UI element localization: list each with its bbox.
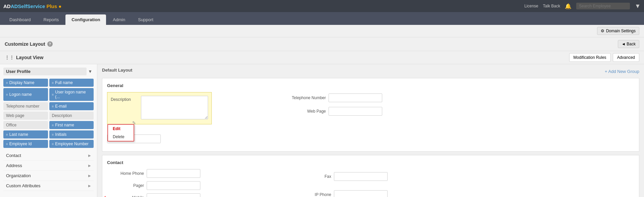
drag-handle-icon: ≡	[52, 105, 54, 108]
layout-view-header: ⋮⋮ Layout View Modification Rules Advanc…	[0, 51, 644, 64]
advanced-button[interactable]: Advanced	[613, 53, 639, 62]
drag-item-first-name[interactable]: ≡ First name	[49, 121, 94, 129]
tab-configuration[interactable]: Configuration	[65, 14, 106, 25]
drag-item-description[interactable]: Description	[49, 112, 94, 120]
top-bar-right: License Talk Back 🔔 ▼	[524, 3, 641, 10]
telephone-number-input[interactable]	[329, 93, 382, 102]
logo-text: ADADSelfService Plus ●	[3, 3, 61, 9]
description-input-area	[141, 96, 208, 119]
telephone-number-label: Telephone Number	[289, 95, 326, 100]
help-icon[interactable]: ?	[47, 41, 53, 47]
drag-handle-icon: ≡	[52, 123, 54, 127]
description-block: Description	[111, 96, 208, 119]
fax-field: Fax	[294, 169, 388, 184]
required-marker: *	[104, 195, 106, 197]
search-input[interactable]	[576, 3, 630, 9]
drag-handle-icon: ≡	[6, 133, 8, 136]
web-page-input[interactable]	[329, 107, 382, 116]
description-textarea[interactable]	[141, 96, 208, 119]
drag-item-initials[interactable]: ≡ Initials	[49, 130, 94, 139]
ip-phone-input[interactable]	[334, 190, 388, 197]
drag-handle-icon: ≡	[6, 93, 8, 96]
drag-item-logon-name[interactable]: ≡ Logon name	[3, 88, 48, 101]
section-arrow-icon: ▶	[88, 154, 91, 157]
fax-label: Fax	[294, 174, 331, 179]
page-header: Customize Layout ? ◄ Back	[0, 37, 644, 51]
mobile-field: * Mobile	[107, 193, 200, 197]
left-panel-arrow-icon[interactable]: ▼	[87, 68, 94, 75]
ip-phone-field: IP Phone	[294, 187, 388, 197]
home-phone-label: Home Phone	[107, 171, 144, 176]
notifications-icon[interactable]: 🔔	[565, 3, 572, 9]
drag-item-user-logon-name[interactable]: ≡ User logon name (...	[49, 88, 94, 101]
section-custom-attributes[interactable]: Custom Attributes ▶	[3, 181, 94, 191]
section-address[interactable]: Address ▶	[3, 161, 94, 171]
sub-header: ⚙ Domain Settings	[0, 25, 644, 37]
main-layout: User Profile ▼ ≡ Display Name ≡ Full nam…	[0, 64, 644, 197]
tab-dashboard[interactable]: Dashboard	[3, 14, 37, 25]
modification-rules-button[interactable]: Modification Rules	[569, 53, 611, 62]
drag-handle-icon: ≡	[6, 81, 8, 85]
context-menu-delete[interactable]: Delete	[108, 133, 134, 141]
left-panel: User Profile ▼ ≡ Display Name ≡ Full nam…	[0, 64, 97, 197]
drag-items-grid: ≡ Display Name ≡ Full name ≡ Logon name …	[3, 79, 94, 148]
gear-icon: ⚙	[601, 29, 604, 33]
contact-section-title: Contact	[107, 160, 634, 165]
right-panel: Default Layout + Add New Group General D…	[97, 64, 644, 197]
drag-item-employee-id[interactable]: ≡ Employee Id	[3, 140, 48, 148]
drag-handle-icon: ≡	[52, 142, 54, 146]
tab-support[interactable]: Support	[132, 14, 159, 25]
user-menu-icon[interactable]: ▼	[635, 3, 641, 10]
left-panel-header: User Profile ▼	[3, 68, 94, 75]
drag-item-employee-number[interactable]: ≡ Employee Number	[49, 140, 94, 148]
context-menu-edit[interactable]: Edit	[108, 125, 134, 133]
web-page-field: Web Page	[289, 107, 382, 116]
talk-back-link[interactable]: Talk Back	[543, 4, 560, 8]
general-section: General Description ✎ Edit	[102, 78, 639, 152]
ip-phone-label: IP Phone	[294, 192, 331, 197]
section-arrow-icon: ▶	[88, 174, 91, 178]
telephone-number-field: Telephone Number	[289, 93, 382, 102]
drag-item-last-name[interactable]: ≡ Last name	[3, 130, 48, 139]
drag-handle-icon: ≡	[52, 133, 54, 136]
back-button[interactable]: ◄ Back	[618, 40, 639, 48]
page-title: Customize Layout ?	[5, 41, 53, 47]
drag-item-email[interactable]: ≡ E-mail	[49, 102, 94, 110]
grid-icon: ⋮⋮	[5, 55, 14, 60]
web-page-label: Web Page	[289, 109, 326, 114]
mobile-label: * Mobile	[107, 195, 144, 197]
logo-area: ADADSelfService Plus ●	[3, 3, 61, 9]
drag-handle-icon: ≡	[52, 93, 54, 96]
pager-label: Pager	[107, 183, 144, 188]
default-layout-label: Default Layout	[102, 68, 132, 73]
drag-handle-icon: ≡	[52, 81, 54, 85]
drag-item-display-name[interactable]: ≡ Display Name	[3, 79, 48, 87]
nav-tabs: Dashboard Reports Configuration Admin Su…	[0, 12, 644, 25]
home-phone-field: Home Phone	[107, 169, 200, 178]
add-new-group-link[interactable]: + Add New Group	[605, 69, 639, 74]
context-menu: Edit Delete	[107, 124, 134, 142]
pager-input[interactable]	[147, 181, 200, 190]
license-link[interactable]: License	[524, 4, 538, 8]
domain-settings-button[interactable]: ⚙ Domain Settings	[597, 27, 639, 35]
section-contact[interactable]: Contact ▶	[3, 151, 94, 161]
mobile-input[interactable]	[147, 193, 200, 197]
drag-item-telephone[interactable]: Telephone number	[3, 102, 48, 110]
description-label: Description	[111, 96, 138, 102]
tab-reports[interactable]: Reports	[38, 14, 65, 25]
user-profile-label: User Profile	[3, 68, 87, 75]
description-area: Description ✎ Edit Delete	[107, 92, 212, 143]
drag-handle-icon: ≡	[6, 142, 8, 146]
drag-item-office[interactable]: Office	[3, 121, 48, 129]
drag-item-full-name[interactable]: ≡ Full name	[49, 79, 94, 87]
pager-field: Pager	[107, 181, 200, 190]
drag-item-web-page[interactable]: Web page	[3, 112, 48, 120]
yellow-highlight-area: Description ✎ Edit Delete	[107, 92, 212, 124]
tab-admin[interactable]: Admin	[107, 14, 131, 25]
home-phone-input[interactable]	[147, 169, 200, 178]
section-organization[interactable]: Organization ▶	[3, 171, 94, 181]
contact-section: Contact Home Phone Pager * M	[102, 155, 639, 197]
top-bar: ADADSelfService Plus ● License Talk Back…	[0, 0, 644, 12]
fax-input[interactable]	[334, 172, 388, 181]
general-section-title: General	[107, 83, 634, 88]
